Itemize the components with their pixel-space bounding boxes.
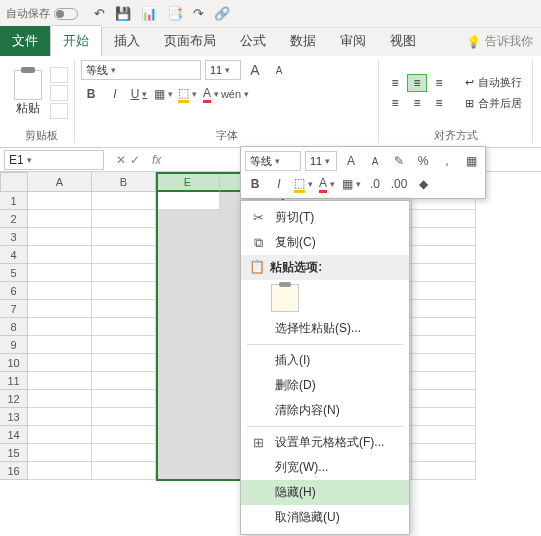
align-right-button[interactable]: ≡ [429,94,449,112]
cell[interactable] [28,444,92,462]
align-bottom-button[interactable]: ≡ [429,74,449,92]
cell[interactable] [28,408,92,426]
mini-percent[interactable]: % [413,151,433,171]
border-button[interactable]: ▦ [153,84,173,104]
colhead-e[interactable]: E [156,172,220,192]
rowhead[interactable]: 4 [0,246,28,264]
fill-color-button[interactable]: ⬚ [177,84,197,104]
mini-border[interactable]: ▦ [341,174,361,194]
qat-sheet[interactable]: 📑 [167,6,183,21]
tell-me[interactable]: 💡 告诉我你 [458,27,541,56]
cell[interactable] [28,210,92,228]
cell[interactable] [28,300,92,318]
italic-button[interactable]: I [105,84,125,104]
paste-button[interactable]: 粘贴 [14,70,42,117]
cell[interactable] [92,246,156,264]
align-top-button[interactable]: ≡ [385,74,405,92]
cell[interactable] [156,282,220,300]
rowhead[interactable]: 13 [0,408,28,426]
cell[interactable] [412,426,476,444]
rowhead[interactable]: 7 [0,300,28,318]
copy-button[interactable] [50,85,68,101]
cell[interactable] [156,318,220,336]
cell[interactable] [92,372,156,390]
align-middle-button[interactable]: ≡ [407,74,427,92]
cell[interactable] [28,228,92,246]
mini-comma[interactable]: , [437,151,457,171]
tab-file[interactable]: 文件 [0,26,50,56]
bold-button[interactable]: B [81,84,101,104]
rowhead[interactable]: 11 [0,372,28,390]
ctx-delete[interactable]: 删除(D) [241,373,409,398]
cell[interactable] [28,426,92,444]
qat-save[interactable]: 💾 [115,6,131,21]
mini-dec-decimal[interactable]: .0 [365,174,385,194]
cell[interactable] [156,246,220,264]
ctx-copy[interactable]: ⧉ 复制(C) [241,230,409,255]
mini-inc-decimal[interactable]: .00 [389,174,409,194]
qat-link[interactable]: 🔗 [214,6,230,21]
cell[interactable] [412,390,476,408]
cell[interactable] [412,444,476,462]
cell[interactable] [412,462,476,480]
cut-button[interactable] [50,67,68,83]
ctx-paste-option[interactable] [271,284,299,312]
cell[interactable] [28,390,92,408]
tab-formulas[interactable]: 公式 [228,26,278,56]
cell[interactable] [92,336,156,354]
cell[interactable] [412,228,476,246]
ctx-paste-special[interactable]: 选择性粘贴(S)... [241,316,409,341]
rowhead[interactable]: 15 [0,444,28,462]
rowhead[interactable]: 8 [0,318,28,336]
cell[interactable] [92,426,156,444]
cell[interactable] [412,300,476,318]
rowhead[interactable]: 3 [0,228,28,246]
cell[interactable] [92,210,156,228]
ctx-format-cells[interactable]: ⊞ 设置单元格格式(F)... [241,430,409,455]
font-name-combo[interactable]: 等线 [81,60,201,80]
name-box[interactable]: E1 [4,150,104,170]
cell[interactable] [156,228,220,246]
qat-undo[interactable]: ↶ [94,6,105,21]
tab-layout[interactable]: 页面布局 [152,26,228,56]
cell[interactable] [156,390,220,408]
cell[interactable] [28,246,92,264]
ctx-unhide[interactable]: 取消隐藏(U) [241,505,409,530]
cell[interactable] [92,228,156,246]
cell[interactable] [156,444,220,462]
font-color-button[interactable]: A [201,84,221,104]
tab-view[interactable]: 视图 [378,26,428,56]
cell[interactable] [28,264,92,282]
cell[interactable] [156,462,220,480]
cell[interactable] [412,282,476,300]
mini-format-painter[interactable]: ✎ [389,151,409,171]
cell[interactable] [412,264,476,282]
cell[interactable] [28,318,92,336]
wrap-text-button[interactable]: ↩ 自动换行 [461,73,526,92]
tab-review[interactable]: 审阅 [328,26,378,56]
align-center-button[interactable]: ≡ [407,94,427,112]
mini-size-combo[interactable]: 11 [305,151,337,171]
rowhead[interactable]: 6 [0,282,28,300]
cell[interactable] [92,264,156,282]
cell[interactable] [156,336,220,354]
rowhead[interactable]: 12 [0,390,28,408]
cell[interactable] [92,390,156,408]
cancel-formula-button[interactable]: ✕ [116,153,126,167]
enter-formula-button[interactable]: ✓ [130,153,140,167]
mini-font-combo[interactable]: 等线 [245,151,301,171]
cell[interactable] [92,282,156,300]
font-size-combo[interactable]: 11 [205,60,241,80]
cell[interactable] [28,372,92,390]
autosave-toggle[interactable]: 自动保存 [6,6,78,21]
ctx-insert[interactable]: 插入(I) [241,348,409,373]
mini-bold[interactable]: B [245,174,265,194]
tab-data[interactable]: 数据 [278,26,328,56]
fx-icon[interactable]: fx [148,153,165,167]
tab-home[interactable]: 开始 [50,25,102,56]
decrease-font-button[interactable]: A [269,60,289,80]
mini-dec-font[interactable]: A [365,151,385,171]
mini-borders[interactable]: ▦ [461,151,481,171]
cell[interactable] [156,192,220,210]
cell[interactable] [412,246,476,264]
